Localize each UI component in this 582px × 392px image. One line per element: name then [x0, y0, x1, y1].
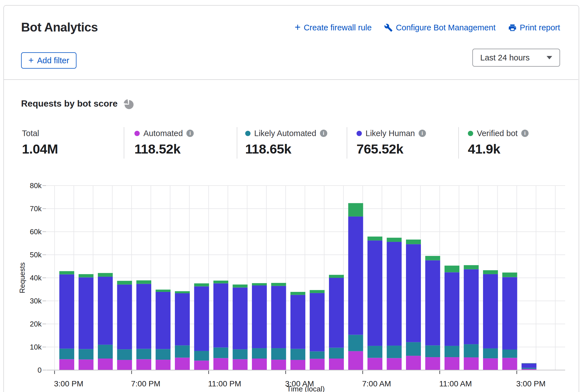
- print-report-link[interactable]: Print report: [508, 23, 560, 32]
- info-icon[interactable]: i: [320, 130, 327, 137]
- info-icon[interactable]: i: [521, 130, 529, 137]
- time-range-value: Last 24 hours: [480, 53, 530, 62]
- section-title: Requests by bot score: [21, 98, 118, 109]
- likely-automated-legend-dot: [245, 131, 251, 136]
- time-range-select[interactable]: Last 24 hours: [472, 49, 560, 67]
- header-actions: + Create firewall rule Configure Bot Man…: [295, 22, 560, 33]
- printer-icon: [508, 23, 517, 32]
- stat-separator: [347, 127, 347, 159]
- stat-separator: [237, 127, 237, 159]
- create-firewall-rule-link[interactable]: + Create firewall rule: [295, 22, 372, 33]
- section-divider: [4, 79, 578, 80]
- print-report-label: Print report: [520, 23, 560, 32]
- pie-chart-icon: [125, 100, 134, 109]
- stat-likely-human-label: Likely Human: [366, 129, 415, 138]
- stat-automated-label: Automated: [143, 129, 183, 138]
- wrench-icon: [384, 23, 393, 32]
- bot-analytics-page: Bot Analytics + Create firewall rule Con…: [0, 0, 582, 392]
- automated-legend-dot: [134, 131, 140, 136]
- stat-likely-automated-label: Likely Automated: [254, 129, 316, 138]
- stat-automated-value: 118.52k: [134, 141, 194, 157]
- plus-icon: +: [295, 22, 301, 32]
- stat-verified-bot: Verified bot i 41.9k: [468, 129, 529, 157]
- verified-bot-legend-dot: [468, 131, 473, 136]
- stat-likely-automated: Likely Automated i 118.65k: [245, 129, 327, 157]
- stat-separator: [458, 127, 459, 159]
- stat-total-value: 1.04M: [22, 141, 58, 157]
- info-icon[interactable]: i: [186, 130, 194, 137]
- plus-icon: +: [28, 56, 34, 65]
- create-firewall-rule-label: Create firewall rule: [304, 23, 372, 32]
- info-icon[interactable]: i: [419, 130, 426, 137]
- stat-verified-bot-label: Verified bot: [477, 129, 518, 138]
- stat-likely-human: Likely Human i 765.52k: [357, 129, 426, 157]
- page-title: Bot Analytics: [21, 20, 98, 34]
- stat-likely-human-value: 765.52k: [357, 141, 426, 157]
- configure-bot-management-link[interactable]: Configure Bot Management: [384, 23, 496, 32]
- stat-total: Total 1.04M: [22, 129, 58, 157]
- stat-separator: [124, 127, 124, 159]
- add-filter-button[interactable]: + Add filter: [21, 52, 76, 69]
- stat-likely-automated-value: 118.65k: [245, 141, 327, 157]
- stat-total-label: Total: [22, 129, 39, 138]
- chevron-down-icon: [547, 56, 552, 59]
- likely-human-legend-dot: [357, 131, 362, 136]
- stat-verified-bot-value: 41.9k: [468, 141, 529, 157]
- add-filter-label: Add filter: [37, 56, 69, 65]
- stat-automated: Automated i 118.52k: [134, 129, 194, 157]
- configure-bot-management-label: Configure Bot Management: [396, 23, 496, 32]
